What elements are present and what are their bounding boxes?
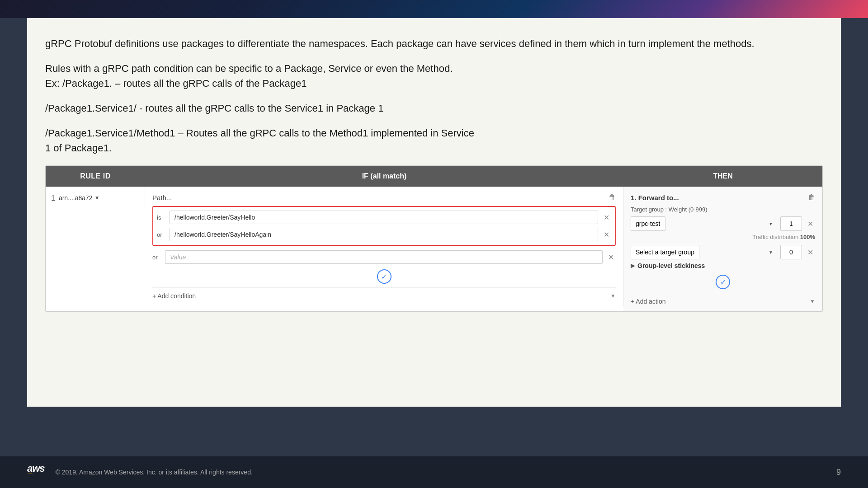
para2-line2: Ex: /Package1. – routes all the gRPC cal… xyxy=(45,78,307,89)
page-number: 9 xyxy=(836,468,841,477)
para2-line1: Rules with a gRPC path condition can be … xyxy=(45,63,453,74)
then-check-circle-icon: ✓ xyxy=(716,275,730,289)
then-cell: 1. Forward to... 🗑 Target group : Weight… xyxy=(623,187,822,311)
main-content: gRPC Protobuf definitions use packages t… xyxy=(27,18,841,407)
para4-line2: 1 of Package1. xyxy=(45,142,112,154)
rule-number: 1 xyxy=(51,194,55,202)
para4: /Package1.Service1/Method1 – Routes all … xyxy=(45,126,823,155)
add-action-row[interactable]: + Add action ▼ xyxy=(631,293,815,305)
path-label-row: Path... 🗑 xyxy=(152,193,616,202)
target-group-remove-btn-2[interactable]: ✕ xyxy=(806,247,815,258)
rule-arn-text: arn....a8a72 xyxy=(59,194,93,202)
target-group-row-1: grpc-test ✕ xyxy=(631,216,815,231)
condition-row-3: or ✕ xyxy=(152,250,616,264)
rule-arn: arn....a8a72 ▼ xyxy=(59,194,100,202)
add-action-chevron-icon: ▼ xyxy=(810,298,815,305)
condition3-remove-btn[interactable]: ✕ xyxy=(606,252,616,263)
weight-input-1[interactable] xyxy=(780,216,802,231)
table-row: 1 arn....a8a72 ▼ Path... 🗑 is xyxy=(46,187,822,311)
then-trash-icon[interactable]: 🗑 xyxy=(808,193,815,202)
traffic-distribution-row: Traffic distribution 100% xyxy=(631,234,815,240)
if-confirm-btn[interactable]: ✓ xyxy=(152,269,616,284)
rule-dropdown-arrow[interactable]: ▼ xyxy=(94,195,100,201)
forward-label-row: 1. Forward to... 🗑 xyxy=(631,193,815,202)
stickiness-row[interactable]: ▶ Group-level stickiness xyxy=(631,262,815,269)
condition3-label: or xyxy=(152,254,161,261)
weight-input-2[interactable] xyxy=(780,245,802,259)
aws-logo: aws ⌒ xyxy=(27,464,45,481)
para2: Rules with a gRPC path condition can be … xyxy=(45,61,823,91)
condition3-input[interactable] xyxy=(165,250,603,264)
path-conditions-box: is ✕ or ✕ xyxy=(152,206,616,246)
condition2-label: or xyxy=(157,231,166,238)
para1: gRPC Protobuf definitions use packages t… xyxy=(45,36,823,51)
condition1-input[interactable] xyxy=(170,211,598,224)
condition-row-2: or ✕ xyxy=(157,228,611,241)
rule-id-header: RULE ID xyxy=(46,166,145,187)
para4-line1: /Package1.Service1/Method1 – Routes all … xyxy=(45,127,474,139)
table-header: RULE ID IF (all match) THEN xyxy=(46,166,822,187)
add-condition-label: + Add condition xyxy=(152,292,196,300)
condition2-input[interactable] xyxy=(170,228,598,241)
traffic-dist-label: Traffic distribution xyxy=(752,234,798,240)
stickiness-chevron-icon: ▶ xyxy=(631,263,635,269)
rules-table: RULE ID IF (all match) THEN 1 arn....a8a… xyxy=(45,165,823,312)
then-header: THEN xyxy=(623,166,822,187)
condition1-label: is xyxy=(157,214,166,221)
path-label: Path... xyxy=(152,194,172,202)
target-group-weight-label: Target group : Weight (0-999) xyxy=(631,206,815,213)
rule-id-cell: 1 arn....a8a72 ▼ xyxy=(46,187,145,210)
footer: aws ⌒ © 2019, Amazon Web Services, Inc. … xyxy=(0,456,868,488)
stickiness-label: Group-level stickiness xyxy=(637,262,705,269)
traffic-dist-value: 100% xyxy=(800,234,815,240)
add-condition-row[interactable]: + Add condition ▼ xyxy=(152,287,616,300)
if-trash-icon[interactable]: 🗑 xyxy=(609,193,616,202)
footer-copyright: © 2019, Amazon Web Services, Inc. or its… xyxy=(56,469,253,476)
if-cell: Path... 🗑 is ✕ or ✕ xyxy=(145,187,623,306)
add-condition-chevron-icon: ▼ xyxy=(610,293,616,299)
add-action-label: + Add action xyxy=(631,298,665,305)
aws-smile-icon: ⌒ xyxy=(27,473,33,481)
condition1-remove-btn[interactable]: ✕ xyxy=(602,212,611,223)
forward-label: 1. Forward to... xyxy=(631,194,679,202)
target-group-row-2: Select a target group ✕ xyxy=(631,245,815,259)
target-group-remove-btn-1[interactable]: ✕ xyxy=(806,219,815,229)
para3: /Package1.Service1/ - routes all the gRP… xyxy=(45,101,823,116)
if-header: IF (all match) xyxy=(145,166,623,187)
condition-row-1: is ✕ xyxy=(157,211,611,224)
top-banner xyxy=(0,0,868,18)
check-circle-icon: ✓ xyxy=(377,269,392,284)
aws-logo-text: aws xyxy=(27,464,45,474)
target-group-select-2[interactable]: Select a target group xyxy=(631,245,699,259)
target-group-select-wrapper: grpc-test xyxy=(631,216,777,231)
then-confirm-btn[interactable]: ✓ xyxy=(631,275,815,289)
intro-text: gRPC Protobuf definitions use packages t… xyxy=(45,36,823,155)
target-group-select-1[interactable]: grpc-test xyxy=(631,216,665,231)
target-group-select-wrapper-2: Select a target group xyxy=(631,245,777,259)
condition2-remove-btn[interactable]: ✕ xyxy=(602,230,611,240)
